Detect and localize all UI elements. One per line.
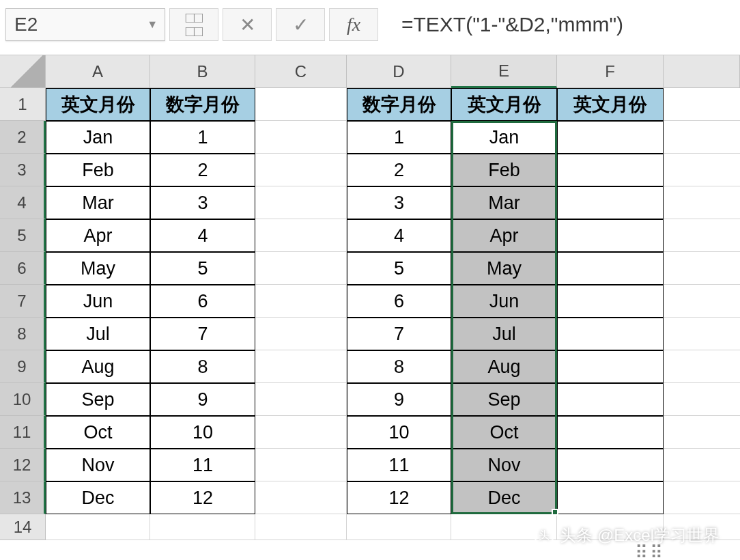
cell-C14[interactable] bbox=[255, 514, 347, 540]
cell-E5[interactable]: Apr bbox=[451, 219, 557, 252]
cell-C8[interactable] bbox=[255, 318, 347, 350]
cell-E2[interactable]: Jan bbox=[451, 121, 557, 154]
cell-B7[interactable]: 6 bbox=[150, 285, 255, 318]
function-wizard-button[interactable]: □□□□ bbox=[169, 8, 218, 41]
cell-D10[interactable]: 9 bbox=[347, 383, 451, 416]
cell-D6[interactable]: 5 bbox=[347, 252, 451, 285]
cell-G1[interactable] bbox=[664, 88, 740, 121]
row-header-11[interactable]: 11 bbox=[0, 416, 46, 449]
col-header-f[interactable]: F bbox=[557, 55, 664, 88]
cell-F1[interactable]: 英文月份 bbox=[557, 88, 664, 121]
enter-button[interactable]: ✓ bbox=[276, 8, 325, 41]
cell-F2[interactable] bbox=[557, 121, 664, 154]
cell-C9[interactable] bbox=[255, 350, 347, 383]
cell-A4[interactable]: Mar bbox=[46, 186, 150, 219]
cell-E12[interactable]: Nov bbox=[451, 449, 557, 481]
cell-B12[interactable]: 11 bbox=[150, 449, 255, 481]
cell-C7[interactable] bbox=[255, 285, 347, 318]
cell-E7[interactable]: Jun bbox=[451, 285, 557, 318]
cell-A6[interactable]: May bbox=[46, 252, 150, 285]
cell-A3[interactable]: Feb bbox=[46, 154, 150, 186]
cell-G12[interactable] bbox=[664, 449, 740, 481]
cell-D8[interactable]: 7 bbox=[347, 318, 451, 350]
cell-E6[interactable]: May bbox=[451, 252, 557, 285]
cell-A10[interactable]: Sep bbox=[46, 383, 150, 416]
cell-G14[interactable] bbox=[664, 514, 740, 540]
cell-E1[interactable]: 英文月份 bbox=[451, 88, 557, 121]
col-header-e[interactable]: E bbox=[451, 55, 557, 88]
row-header-3[interactable]: 3 bbox=[0, 154, 46, 186]
cell-E9[interactable]: Aug bbox=[451, 350, 557, 383]
cell-B13[interactable]: 12 bbox=[150, 481, 255, 514]
cell-A1[interactable]: 英文月份 bbox=[46, 88, 150, 121]
cell-D3[interactable]: 2 bbox=[347, 154, 451, 186]
cell-C3[interactable] bbox=[255, 154, 347, 186]
row-header-5[interactable]: 5 bbox=[0, 219, 46, 252]
select-all-corner[interactable] bbox=[0, 55, 46, 88]
cell-A11[interactable]: Oct bbox=[46, 416, 150, 449]
cell-G3[interactable] bbox=[664, 154, 740, 186]
fx-button[interactable]: fx bbox=[329, 8, 378, 41]
cell-A12[interactable]: Nov bbox=[46, 449, 150, 481]
name-box[interactable]: E2 ▼ bbox=[5, 8, 165, 41]
cell-B11[interactable]: 10 bbox=[150, 416, 255, 449]
row-header-2[interactable]: 2 bbox=[0, 121, 46, 154]
cell-G7[interactable] bbox=[664, 285, 740, 318]
row-header-10[interactable]: 10 bbox=[0, 383, 46, 416]
cell-D14[interactable] bbox=[347, 514, 451, 540]
cell-G8[interactable] bbox=[664, 318, 740, 350]
cell-G13[interactable] bbox=[664, 481, 740, 514]
cell-F13[interactable] bbox=[557, 481, 664, 514]
cell-G2[interactable] bbox=[664, 121, 740, 154]
col-header-blank[interactable] bbox=[664, 55, 740, 88]
cell-F5[interactable] bbox=[557, 219, 664, 252]
cell-D13[interactable]: 12 bbox=[347, 481, 451, 514]
cell-E11[interactable]: Oct bbox=[451, 416, 557, 449]
row-header-14[interactable]: 14 bbox=[0, 514, 46, 540]
cell-G4[interactable] bbox=[664, 186, 740, 219]
cell-B4[interactable]: 3 bbox=[150, 186, 255, 219]
dropdown-icon[interactable]: ▼ bbox=[147, 18, 158, 31]
col-header-c[interactable]: C bbox=[255, 55, 347, 88]
cell-A8[interactable]: Jul bbox=[46, 318, 150, 350]
cell-C6[interactable] bbox=[255, 252, 347, 285]
cell-G6[interactable] bbox=[664, 252, 740, 285]
cell-B5[interactable]: 4 bbox=[150, 219, 255, 252]
cell-C1[interactable] bbox=[255, 88, 347, 121]
cancel-button[interactable]: ✕ bbox=[223, 8, 272, 41]
cell-E8[interactable]: Jul bbox=[451, 318, 557, 350]
cell-D9[interactable]: 8 bbox=[347, 350, 451, 383]
col-header-d[interactable]: D bbox=[347, 55, 451, 88]
cell-B9[interactable]: 8 bbox=[150, 350, 255, 383]
cell-D11[interactable]: 10 bbox=[347, 416, 451, 449]
col-header-b[interactable]: B bbox=[150, 55, 255, 88]
cell-C12[interactable] bbox=[255, 449, 347, 481]
cell-C13[interactable] bbox=[255, 481, 347, 514]
cell-C4[interactable] bbox=[255, 186, 347, 219]
cell-G10[interactable] bbox=[664, 383, 740, 416]
cell-F9[interactable] bbox=[557, 350, 664, 383]
cell-C11[interactable] bbox=[255, 416, 347, 449]
cell-F7[interactable] bbox=[557, 285, 664, 318]
cell-B10[interactable]: 9 bbox=[150, 383, 255, 416]
col-header-a[interactable]: A bbox=[46, 55, 150, 88]
cell-A7[interactable]: Jun bbox=[46, 285, 150, 318]
cell-B3[interactable]: 2 bbox=[150, 154, 255, 186]
cell-C5[interactable] bbox=[255, 219, 347, 252]
cell-F3[interactable] bbox=[557, 154, 664, 186]
cell-C2[interactable] bbox=[255, 121, 347, 154]
cell-B2[interactable]: 1 bbox=[150, 121, 255, 154]
formula-input[interactable]: =TEXT("1-"&D2,"mmm") bbox=[382, 8, 735, 41]
cell-E10[interactable]: Sep bbox=[451, 383, 557, 416]
cell-F4[interactable] bbox=[557, 186, 664, 219]
cell-F12[interactable] bbox=[557, 449, 664, 481]
row-header-7[interactable]: 7 bbox=[0, 285, 46, 318]
cell-E4[interactable]: Mar bbox=[451, 186, 557, 219]
cell-A13[interactable]: Dec bbox=[46, 481, 150, 514]
cell-F11[interactable] bbox=[557, 416, 664, 449]
row-header-1[interactable]: 1 bbox=[0, 88, 46, 121]
spreadsheet-grid[interactable]: A B C D E F 1 英文月份 数字月份 数字月份 英文月份 英文月份 2… bbox=[0, 55, 740, 540]
cell-F10[interactable] bbox=[557, 383, 664, 416]
row-header-13[interactable]: 13 bbox=[0, 481, 46, 514]
cell-C10[interactable] bbox=[255, 383, 347, 416]
